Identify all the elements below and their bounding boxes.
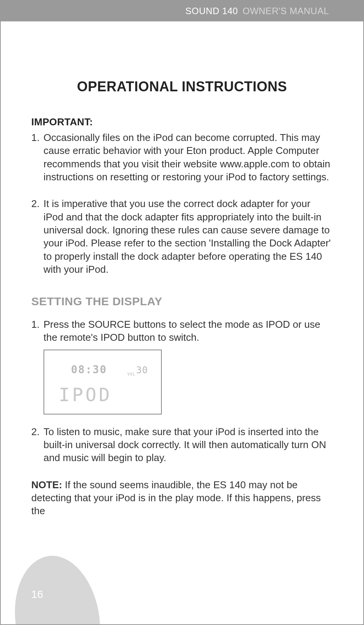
lcd-volume-value: 30 — [136, 365, 148, 376]
page-content: OPERATIONAL INSTRUCTIONS IMPORTANT: 1. O… — [1, 21, 363, 518]
important-item: 1. Occasionally files on the iPod can be… — [31, 131, 333, 183]
header-manual-label: OWNER'S MANUAL — [243, 6, 329, 16]
list-text: Press the SOURCE buttons to select the m… — [43, 318, 333, 344]
list-number: 2. — [31, 425, 43, 465]
page-title: OPERATIONAL INSTRUCTIONS — [31, 79, 333, 95]
important-heading: IMPORTANT: — [31, 116, 333, 128]
lcd-mode-readout: IPOD — [59, 384, 112, 405]
lcd-volume-readout: VOL30 — [127, 365, 148, 376]
lcd-time-readout: 08:30 — [71, 363, 107, 376]
lcd-inner: 08:30 VOL30 IPOD — [50, 356, 155, 408]
list-text: It is imperative that you use the correc… — [43, 197, 333, 276]
manual-page: SOUND 140 OWNER'S MANUAL OPERATIONAL INS… — [0, 0, 364, 625]
page-number-background-shape — [7, 550, 106, 625]
list-number: 2. — [31, 197, 43, 276]
note-block: NOTE: If the sound seems inaudible, the … — [31, 478, 333, 518]
header-bar: SOUND 140 OWNER'S MANUAL — [1, 1, 363, 21]
list-text: To listen to music, make sure that your … — [43, 425, 333, 465]
setting-display-item: 2. To listen to music, make sure that yo… — [31, 425, 333, 465]
lcd-volume-label: VOL — [127, 372, 135, 376]
lcd-display-illustration: 08:30 VOL30 IPOD — [43, 350, 162, 415]
note-label: NOTE: — [31, 479, 62, 491]
setting-display-item: 1. Press the SOURCE buttons to select th… — [31, 318, 333, 344]
page-number: 16 — [31, 588, 43, 601]
list-number: 1. — [31, 318, 43, 344]
important-item: 2. It is imperative that you use the cor… — [31, 197, 333, 276]
note-text: If the sound seems inaudible, the ES 140… — [31, 479, 321, 517]
list-number: 1. — [31, 131, 43, 183]
list-text: Occasionally files on the iPod can becom… — [43, 131, 333, 183]
header-product-name: SOUND 140 — [185, 6, 238, 16]
section-heading-setting-display: SETTING THE DISPLAY — [31, 295, 333, 308]
